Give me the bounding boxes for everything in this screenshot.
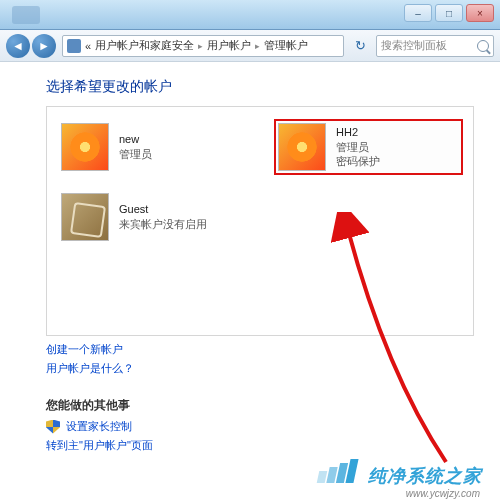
account-item-hh2[interactable]: HH2 管理员 密码保护: [274, 119, 463, 175]
search-placeholder: 搜索控制面板: [381, 38, 447, 53]
nav-forward-button[interactable]: ►: [32, 34, 56, 58]
maximize-button[interactable]: □: [435, 4, 463, 22]
account-role: 管理员: [119, 147, 152, 161]
minimize-button[interactable]: –: [404, 4, 432, 22]
accounts-panel: new 管理员 HH2 管理员 密码保护 Guest 来宾帐户没有启用: [46, 106, 474, 336]
breadcrumb[interactable]: « 用户帐户和家庭安全 ▸ 用户帐户 ▸ 管理帐户: [62, 35, 344, 57]
other-actions-heading: 您能做的其他事: [46, 398, 474, 413]
control-panel-icon: [67, 39, 81, 53]
other-actions: 您能做的其他事 设置家长控制 转到主"用户帐户"页面: [46, 398, 474, 453]
breadcrumb-item[interactable]: «: [85, 40, 91, 52]
account-role: 管理员: [336, 140, 380, 154]
what-is-account-link[interactable]: 用户帐户是什么？: [46, 361, 474, 376]
shield-icon: [46, 420, 60, 434]
account-name: Guest: [119, 202, 207, 217]
goto-main-accounts-link[interactable]: 转到主"用户帐户"页面: [46, 438, 474, 453]
close-button[interactable]: ×: [466, 4, 494, 22]
goto-main-label: 转到主"用户帐户"页面: [46, 438, 153, 453]
brand-logo-icon: [318, 461, 358, 491]
window-titlebar: – □ ×: [0, 0, 500, 30]
refresh-button[interactable]: ↻: [350, 36, 370, 56]
account-item-new[interactable]: new 管理员: [57, 119, 246, 175]
chevron-right-icon: ▸: [255, 41, 260, 51]
brand-url: www.ycwjzy.com: [406, 488, 480, 499]
page-title: 选择希望更改的帐户: [46, 78, 474, 96]
search-icon: [477, 40, 489, 52]
avatar: [61, 123, 109, 171]
breadcrumb-item[interactable]: 用户帐户和家庭安全: [95, 38, 194, 53]
account-status: 来宾帐户没有启用: [119, 217, 207, 231]
parental-controls-link[interactable]: 设置家长控制: [46, 419, 474, 434]
brand-name: 纯净系统之家: [368, 464, 482, 488]
account-password-status: 密码保护: [336, 154, 380, 168]
avatar: [278, 123, 326, 171]
parental-controls-label: 设置家长控制: [66, 419, 132, 434]
search-input[interactable]: 搜索控制面板: [376, 35, 494, 57]
breadcrumb-item[interactable]: 管理帐户: [264, 38, 308, 53]
address-toolbar: ◄ ► « 用户帐户和家庭安全 ▸ 用户帐户 ▸ 管理帐户 ↻ 搜索控制面板: [0, 30, 500, 62]
account-name: new: [119, 132, 152, 147]
watermark: 纯净系统之家: [0, 461, 500, 491]
avatar: [61, 193, 109, 241]
chevron-right-icon: ▸: [198, 41, 203, 51]
breadcrumb-item[interactable]: 用户帐户: [207, 38, 251, 53]
account-item-guest[interactable]: Guest 来宾帐户没有启用: [57, 189, 247, 245]
content-area: 选择希望更改的帐户 new 管理员 HH2 管理员 密码保护: [0, 62, 500, 453]
create-account-link[interactable]: 创建一个新帐户: [46, 342, 474, 357]
nav-back-button[interactable]: ◄: [6, 34, 30, 58]
panel-links: 创建一个新帐户 用户帐户是什么？: [46, 342, 474, 376]
account-name: HH2: [336, 125, 380, 140]
